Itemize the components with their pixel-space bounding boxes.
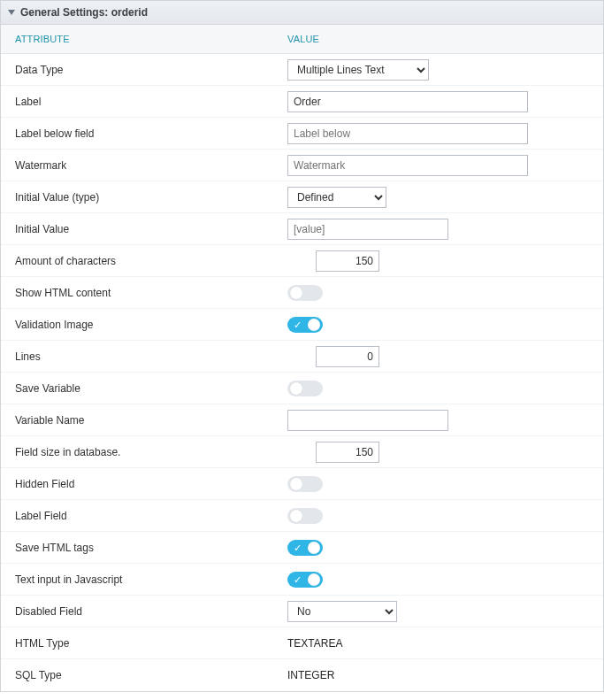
- attr-label: Text input in Javascript: [1, 573, 277, 586]
- attr-label: Variable Name: [1, 414, 277, 427]
- sql-type-value: INTEGER: [287, 669, 334, 681]
- watermark-input[interactable]: [287, 155, 528, 176]
- show-html-toggle[interactable]: ✓: [287, 285, 323, 301]
- toggle-knob: [290, 478, 302, 490]
- attr-label: Label below field: [1, 127, 277, 140]
- row-text-input-js: Text input in Javascript ✓: [1, 564, 603, 596]
- row-save-html-tags: Save HTML tags ✓: [1, 532, 603, 564]
- row-label-below: Label below field: [1, 118, 603, 150]
- check-icon: ✓: [294, 542, 302, 554]
- validation-image-toggle[interactable]: ✓: [287, 317, 323, 333]
- row-html-type: HTML Type TEXTAREA: [1, 627, 603, 659]
- label-input[interactable]: [287, 91, 528, 112]
- save-variable-toggle[interactable]: ✓: [287, 381, 323, 396]
- attr-label: Initial Value (type): [1, 191, 277, 204]
- column-headers: Attribute Value: [1, 25, 603, 54]
- row-data-type: Data Type Multiple Lines Text: [1, 54, 603, 86]
- row-hidden-field: Hidden Field ✓: [1, 468, 603, 500]
- html-type-value: TEXTAREA: [287, 637, 342, 650]
- header-attribute: Attribute: [1, 34, 277, 44]
- check-icon: ✓: [294, 573, 302, 586]
- toggle-knob: [308, 573, 320, 586]
- label-field-toggle[interactable]: ✓: [287, 508, 323, 524]
- row-initial-value: Initial Value: [1, 213, 603, 245]
- toggle-knob: [290, 287, 302, 299]
- lines-input[interactable]: [316, 346, 379, 367]
- panel-title: General Settings: orderid: [20, 6, 148, 19]
- attr-label: Label: [1, 96, 277, 108]
- attr-label: Save HTML tags: [1, 542, 277, 554]
- toggle-knob: [308, 319, 320, 331]
- disabled-field-select[interactable]: No: [287, 601, 397, 622]
- variable-name-input[interactable]: [287, 410, 448, 431]
- row-initial-value-type: Initial Value (type) Defined: [1, 181, 603, 213]
- attr-label: HTML Type: [1, 637, 277, 650]
- initial-value-input[interactable]: [287, 219, 448, 240]
- row-variable-name: Variable Name: [1, 404, 603, 436]
- amount-chars-input[interactable]: [316, 250, 379, 272]
- check-icon: ✓: [294, 319, 302, 331]
- row-lines: Lines: [1, 341, 603, 373]
- attr-label: Amount of characters: [1, 255, 277, 267]
- row-save-variable: Save Variable ✓: [1, 373, 603, 404]
- initial-value-type-select[interactable]: Defined: [287, 187, 386, 208]
- row-validation-image: Validation Image ✓: [1, 309, 603, 341]
- row-watermark: Watermark: [1, 150, 603, 181]
- row-show-html: Show HTML content ✓: [1, 277, 603, 309]
- attr-label: Label Field: [1, 510, 277, 522]
- attr-label: Validation Image: [1, 319, 277, 331]
- row-disabled-field: Disabled Field No: [1, 596, 603, 627]
- attr-label: Data Type: [1, 64, 277, 76]
- text-input-js-toggle[interactable]: ✓: [287, 572, 323, 588]
- panel-header[interactable]: General Settings: orderid: [1, 0, 603, 25]
- row-field-size-db: Field size in database.: [1, 436, 603, 468]
- row-sql-type: SQL Type INTEGER: [1, 659, 603, 691]
- toggle-knob: [290, 510, 302, 522]
- attr-label: Watermark: [1, 159, 277, 172]
- attr-label: Initial Value: [1, 223, 277, 235]
- field-size-db-input[interactable]: [316, 442, 379, 463]
- label-below-input[interactable]: [287, 123, 528, 144]
- attr-label: Hidden Field: [1, 478, 277, 490]
- row-label-field: Label Field ✓: [1, 500, 603, 532]
- hidden-field-toggle[interactable]: ✓: [287, 476, 323, 492]
- attr-label: Show HTML content: [1, 287, 277, 299]
- data-type-select[interactable]: Multiple Lines Text: [287, 59, 429, 81]
- save-html-tags-toggle[interactable]: ✓: [287, 540, 323, 556]
- attr-label: Disabled Field: [1, 605, 277, 618]
- collapse-icon: [8, 10, 15, 15]
- attr-label: Lines: [1, 350, 277, 363]
- row-amount-chars: Amount of characters: [1, 245, 603, 277]
- attr-label: Save Variable: [1, 382, 277, 395]
- row-label: Label: [1, 86, 603, 118]
- attr-label: SQL Type: [1, 669, 277, 681]
- toggle-knob: [290, 382, 302, 395]
- header-value: Value: [277, 34, 603, 44]
- toggle-knob: [308, 542, 320, 554]
- attr-label: Field size in database.: [1, 446, 277, 458]
- settings-panel: General Settings: orderid Attribute Valu…: [0, 0, 604, 692]
